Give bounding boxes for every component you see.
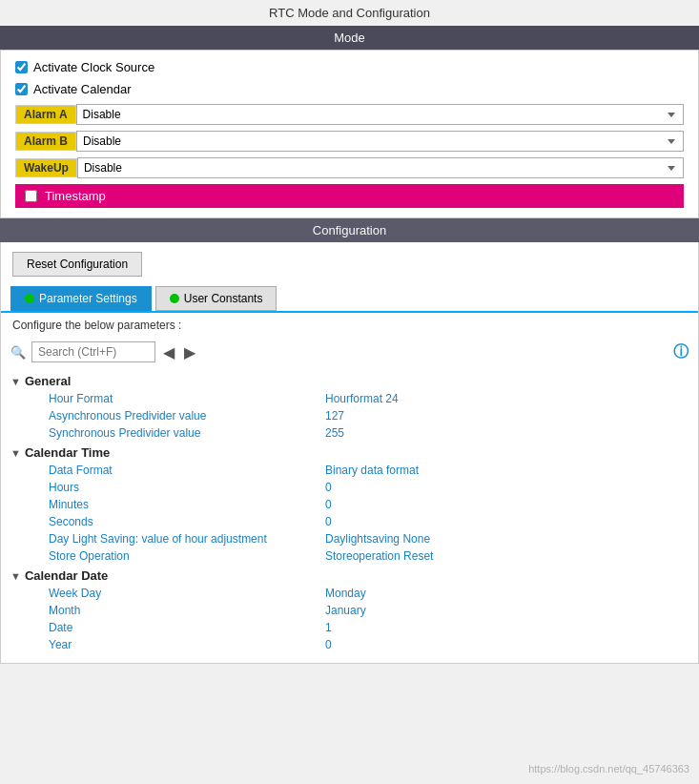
alarm-b-label: Alarm B	[15, 132, 76, 151]
param-async-prediv: Asynchronous Predivider value 127	[10, 407, 689, 424]
activate-clock-checkbox[interactable]	[15, 61, 28, 73]
tab-user-constants[interactable]: User Constants	[155, 286, 278, 311]
param-tree: ▼ General Hour Format Hourformat 24 Asyn…	[1, 366, 698, 663]
param-seconds: Seconds 0	[10, 513, 689, 530]
param-store-op-value: Storeoperation Reset	[325, 549, 433, 563]
param-date: Date 1	[10, 619, 689, 636]
config-header: Configuration	[0, 218, 699, 242]
alarm-a-row: Alarm A Disable	[15, 104, 684, 125]
chevron-calendar-time: ▼	[10, 447, 21, 459]
param-date-name: Date	[49, 621, 325, 634]
param-sync-prediv: Synchronous Predivider value 255	[10, 424, 689, 442]
param-week-day-value: Monday	[325, 587, 366, 600]
group-general[interactable]: ▼ General	[10, 374, 689, 388]
config-section: Reset Configuration Parameter Settings U…	[0, 242, 699, 664]
group-calendar-date-label: Calendar Date	[25, 568, 108, 583]
param-week-day: Week Day Monday	[10, 585, 689, 602]
param-month-name: Month	[49, 604, 325, 617]
param-data-format: Data Format Binary data format	[10, 462, 689, 479]
tab-parameter-settings[interactable]: Parameter Settings	[10, 286, 152, 311]
activate-clock-row: Activate Clock Source	[15, 60, 684, 74]
param-hour-format-value: Hourformat 24	[325, 392, 399, 405]
param-data-format-value: Binary data format	[325, 464, 419, 477]
activate-clock-label: Activate Clock Source	[33, 60, 154, 74]
activate-calendar-checkbox[interactable]	[15, 83, 28, 95]
group-calendar-time-label: Calendar Time	[25, 445, 110, 460]
wakeup-select[interactable]: Disable	[77, 157, 684, 178]
next-button[interactable]: ▶	[182, 343, 197, 361]
reset-config-button[interactable]: Reset Configuration	[12, 252, 142, 277]
param-date-value: 1	[325, 621, 332, 634]
param-year: Year 0	[10, 636, 689, 653]
chevron-general: ▼	[10, 376, 21, 387]
prev-button[interactable]: ◀	[161, 343, 176, 361]
alarm-a-select[interactable]: Disable	[76, 104, 684, 125]
group-general-label: General	[25, 374, 71, 388]
param-seconds-value: 0	[325, 515, 332, 528]
param-sync-prediv-value: 255	[325, 426, 344, 440]
param-seconds-name: Seconds	[49, 515, 325, 528]
configure-text: Configure the below parameters :	[1, 311, 698, 338]
param-minutes-value: 0	[325, 498, 332, 511]
param-data-format-name: Data Format	[49, 464, 325, 477]
tabs-row: Parameter Settings User Constants	[1, 286, 698, 311]
wakeup-row: WakeUp Disable	[15, 157, 684, 178]
param-hours-value: 0	[325, 481, 332, 494]
alarm-b-select[interactable]: Disable	[76, 131, 684, 152]
param-month-value: January	[325, 604, 366, 617]
chevron-calendar-date: ▼	[10, 570, 21, 582]
info-button[interactable]: ⓘ	[673, 342, 689, 362]
param-async-prediv-name: Asynchronous Predivider value	[49, 409, 325, 423]
timestamp-label: Timestamp	[45, 189, 106, 203]
search-icon: 🔍	[10, 345, 26, 360]
search-input[interactable]	[31, 341, 155, 362]
param-hours-name: Hours	[49, 481, 325, 494]
mode-header: Mode	[0, 26, 699, 50]
param-dls: Day Light Saving: value of hour adjustme…	[10, 530, 689, 547]
param-minutes-name: Minutes	[49, 498, 325, 511]
activate-calendar-row: Activate Calendar	[15, 82, 684, 96]
param-hour-format: Hour Format Hourformat 24	[10, 390, 689, 407]
param-hour-format-name: Hour Format	[49, 392, 325, 405]
param-async-prediv-value: 127	[325, 409, 344, 423]
page-title: RTC Mode and Configuration	[0, 0, 699, 26]
timestamp-checkbox[interactable]	[25, 190, 37, 202]
search-row: 🔍 ◀ ▶ ⓘ	[1, 338, 698, 366]
wakeup-label: WakeUp	[15, 158, 77, 177]
tab-user-label: User Constants	[184, 292, 263, 305]
param-dls-name: Day Light Saving: value of hour adjustme…	[49, 532, 325, 546]
param-year-name: Year	[49, 638, 325, 651]
param-store-op-name: Store Operation	[49, 549, 325, 563]
activate-calendar-label: Activate Calendar	[33, 82, 132, 96]
mode-section: Activate Clock Source Activate Calendar …	[0, 50, 699, 218]
alarm-a-label: Alarm A	[15, 105, 76, 124]
param-minutes: Minutes 0	[10, 496, 689, 513]
tab-param-label: Parameter Settings	[39, 292, 137, 305]
alarm-b-row: Alarm B Disable	[15, 131, 684, 152]
param-year-value: 0	[325, 638, 332, 651]
tab-param-icon	[25, 294, 34, 303]
param-store-op: Store Operation Storeoperation Reset	[10, 547, 689, 565]
tab-user-icon	[170, 294, 179, 303]
param-week-day-name: Week Day	[49, 587, 325, 600]
timestamp-row: Timestamp	[15, 184, 684, 208]
group-calendar-time[interactable]: ▼ Calendar Time	[10, 445, 689, 460]
param-month: Month January	[10, 602, 689, 619]
param-hours: Hours 0	[10, 479, 689, 496]
watermark: https://blog.csdn.net/qq_45746363	[528, 763, 689, 774]
param-dls-value: Daylightsaving None	[325, 532, 430, 546]
group-calendar-date[interactable]: ▼ Calendar Date	[10, 568, 689, 583]
param-sync-prediv-name: Synchronous Predivider value	[49, 426, 325, 440]
